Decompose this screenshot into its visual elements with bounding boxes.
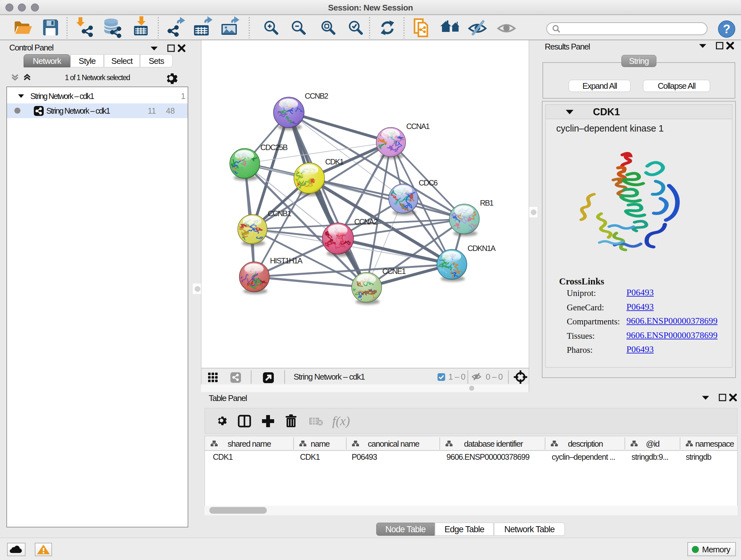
svg-text:shared name: shared name bbox=[227, 439, 271, 449]
svg-text:@id: @id bbox=[646, 439, 659, 449]
svg-text:CCNA1: CCNA1 bbox=[406, 122, 430, 131]
svg-text:CDKN1A: CDKN1A bbox=[468, 244, 495, 253]
svg-text:f(x): f(x) bbox=[332, 414, 350, 428]
svg-text:CCNA2: CCNA2 bbox=[354, 217, 378, 226]
svg-text:String Network – cdk1: String Network – cdk1 bbox=[293, 372, 365, 381]
svg-text:description: description bbox=[568, 439, 603, 449]
svg-text:?: ? bbox=[723, 22, 730, 36]
svg-text:CCNE1: CCNE1 bbox=[382, 267, 406, 275]
svg-text:CCNB1: CCNB1 bbox=[268, 209, 291, 218]
svg-text:HIST1H1A: HIST1H1A bbox=[270, 256, 302, 265]
svg-text:1 – 0: 1 – 0 bbox=[448, 372, 465, 381]
svg-text:CDC6: CDC6 bbox=[419, 179, 438, 187]
svg-text:database identifier: database identifier bbox=[464, 439, 523, 449]
svg-text:namespace: namespace bbox=[695, 439, 734, 449]
svg-text:canonical name: canonical name bbox=[367, 439, 419, 449]
svg-text:CCNB2: CCNB2 bbox=[305, 91, 328, 100]
svg-text:CDC25B: CDC25B bbox=[260, 143, 287, 152]
svg-text:CDK1: CDK1 bbox=[325, 158, 344, 166]
svg-text:0 – 0: 0 – 0 bbox=[486, 372, 502, 381]
svg-text:RB1: RB1 bbox=[480, 199, 494, 207]
svg-text:name: name bbox=[311, 439, 330, 449]
